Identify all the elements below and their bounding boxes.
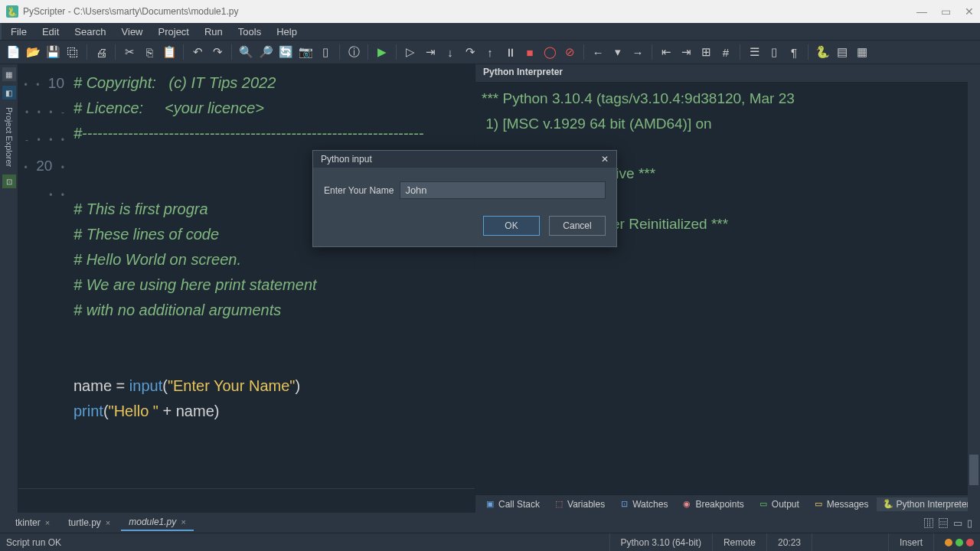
save-icon[interactable]: 💾 (44, 44, 61, 60)
line-number: 10 (48, 75, 64, 91)
print-icon[interactable]: 🖨 (93, 44, 109, 60)
camera-icon[interactable]: 📷 (297, 44, 314, 60)
dialog-input[interactable] (400, 181, 606, 199)
indicator-icon (966, 539, 974, 546)
interpreter-pane: Python Interpreter *** Python 3.10.4 (ta… (475, 64, 980, 513)
app-icon: 🐍 (6, 5, 18, 18)
menu-view[interactable]: View (114, 24, 151, 39)
paste-icon[interactable]: 📋 (161, 44, 178, 60)
stop-icon[interactable]: ■ (521, 44, 538, 60)
info-icon[interactable]: ⓘ (345, 44, 362, 60)
step-out-icon[interactable]: ↑ (482, 44, 498, 60)
minimize-button[interactable]: — (916, 5, 927, 18)
menu-edit[interactable]: Edit (34, 24, 67, 39)
window-controls: — ▭ ✕ (916, 5, 974, 18)
redo-icon[interactable]: ↷ (209, 44, 226, 60)
status-time: 20:23 (766, 533, 812, 551)
code-line: # with no additional arguments (74, 302, 281, 318)
input-dialog: Python input ✕ Enter Your Name OK Cancel (312, 150, 617, 247)
debug-icon[interactable]: ▷ (402, 44, 419, 60)
menu-run[interactable]: Run (197, 24, 230, 39)
panel2-icon[interactable]: ▯ (967, 517, 972, 529)
tab-output[interactable]: ▭Output (752, 497, 805, 511)
terminal-output[interactable]: *** Python 3.10.4 (tags/v3.10.4:9d38120,… (475, 83, 980, 494)
special-char-icon[interactable]: ▯ (766, 44, 782, 60)
find-replace-icon[interactable]: 🔄 (277, 44, 294, 60)
step-into-icon[interactable]: ↓ (442, 44, 459, 60)
dialog-title: Python input (321, 154, 372, 165)
ok-button[interactable]: OK (483, 216, 540, 236)
cut-icon[interactable]: ✂ (121, 44, 138, 60)
undo-icon[interactable]: ↶ (189, 44, 206, 60)
grid-icon[interactable]: ▦ (854, 44, 871, 60)
tab-watches[interactable]: ⊡Watches (612, 497, 674, 511)
zoom-in-icon[interactable]: 🔍 (237, 44, 254, 60)
line-number: 20 (36, 158, 52, 174)
run-icon[interactable]: ▶ (374, 44, 390, 60)
code-editor[interactable]: • • 10 • • • - - • • • • 20 • • • # Copy… (18, 64, 475, 513)
scrollbar-thumb[interactable] (969, 455, 978, 485)
dedent-icon[interactable]: ⇤ (658, 44, 675, 60)
split-v-icon[interactable]: ⿳ (939, 517, 949, 529)
zoom-out-icon[interactable]: 🔎 (257, 44, 274, 60)
comment-icon[interactable]: # (717, 44, 734, 60)
panel-icon[interactable]: ▭ (953, 517, 962, 529)
menu-project[interactable]: Project (151, 24, 197, 39)
code-line: # These lines of code (74, 226, 219, 243)
status-python: Python 3.10 (64-bit) (609, 533, 712, 551)
filetab-turtle[interactable]: turtle.py× (60, 515, 118, 530)
tab-messages[interactable]: ▭Messages (807, 497, 875, 511)
pilcrow-icon[interactable]: ¶ (786, 44, 802, 60)
side-tab-2[interactable]: ◧ (2, 86, 16, 99)
side-panel-label: Project Explorer (5, 107, 14, 167)
term-line: *** Python 3.10.4 (tags/v3.10.4:9d38120,… (482, 90, 795, 106)
open-file-icon[interactable]: 📂 (24, 44, 41, 60)
list-icon[interactable]: ☰ (746, 44, 763, 60)
copy-icon[interactable]: ⎘ (141, 44, 158, 60)
scrollbar[interactable] (968, 64, 980, 513)
cancel-button[interactable]: Cancel (549, 216, 606, 236)
tab-interpreter[interactable]: 🐍Python Interpreter (877, 497, 976, 511)
close-icon[interactable]: × (106, 518, 110, 527)
side-tab-1[interactable]: ▦ (2, 67, 16, 81)
gutter: • • 10 • • • - - • • • • 20 • • • (18, 64, 74, 488)
nav-dropdown-icon[interactable]: ▾ (609, 44, 626, 60)
menu-file[interactable]: File (3, 24, 34, 39)
filetab-tkinter[interactable]: tkinter× (8, 515, 57, 530)
tabify-icon[interactable]: ⊞ (697, 44, 714, 60)
layout-icon[interactable]: ▤ (834, 44, 851, 60)
dialog-close-icon[interactable]: ✕ (601, 154, 609, 165)
close-button[interactable]: ✕ (965, 5, 974, 18)
dialog-label: Enter Your Name (324, 185, 394, 196)
code-area[interactable]: # Copyright: (c) IT Tips 2022 # Licence:… (74, 64, 475, 488)
side-tab-3[interactable]: ⊡ (2, 174, 16, 188)
close-icon[interactable]: × (181, 517, 185, 527)
status-mode: Remote (712, 533, 766, 551)
save-all-icon[interactable]: ⿻ (64, 44, 81, 60)
menu-help[interactable]: Help (269, 24, 305, 39)
menu-tools[interactable]: Tools (230, 24, 269, 39)
nav-back-icon[interactable]: ← (590, 44, 606, 60)
tab-breakpoints[interactable]: ◉Breakpoints (675, 497, 750, 511)
status-bar: Script run OK Python 3.10 (64-bit) Remot… (0, 533, 980, 551)
close-icon[interactable]: × (45, 518, 50, 527)
tab-variables[interactable]: ⬚Variables (547, 497, 611, 511)
tab-callstack[interactable]: ▣Call Stack (479, 497, 546, 511)
step-over-icon[interactable]: ↷ (462, 44, 479, 60)
menu-search[interactable]: Search (67, 24, 113, 39)
record-icon[interactable]: ◯ (541, 44, 558, 60)
abort-icon[interactable]: ⊘ (561, 44, 578, 60)
nav-forward-icon[interactable]: → (629, 44, 646, 60)
pause-icon[interactable]: ⏸ (501, 44, 518, 60)
dialog-title-bar: Python input ✕ (313, 151, 616, 168)
menu-bar: File Edit Search View Project Run Tools … (0, 23, 980, 40)
code-line: print("Hello " + name) (74, 403, 219, 419)
step-cursor-icon[interactable]: ⇥ (422, 44, 439, 60)
maximize-button[interactable]: ▭ (941, 5, 951, 18)
doc-icon[interactable]: ▯ (317, 44, 334, 60)
indent-icon[interactable]: ⇥ (678, 44, 694, 60)
filetab-module1[interactable]: module1.py× (121, 514, 193, 531)
split-h-icon[interactable]: ⿲ (924, 517, 934, 529)
python-icon[interactable]: 🐍 (814, 44, 831, 60)
new-file-icon[interactable]: 📄 (5, 44, 21, 60)
